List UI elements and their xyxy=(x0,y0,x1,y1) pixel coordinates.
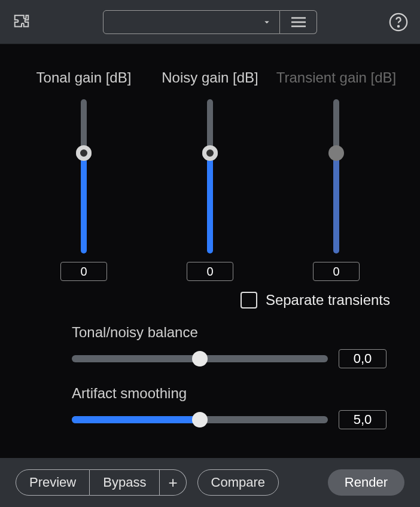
render-button[interactable]: Render xyxy=(328,469,404,496)
preview-bypass-group: Preview Bypass + xyxy=(16,469,187,496)
preset-menu-button[interactable] xyxy=(280,10,317,34)
transient-gain-column: Transient gain [dB] 0 xyxy=(276,69,396,281)
separate-transients-row: Separate transients xyxy=(18,292,390,309)
smoothing-slider[interactable] xyxy=(72,412,328,427)
balance-group: Tonal/noisy balance 0,0 xyxy=(72,324,386,368)
separate-transients-checkbox[interactable] xyxy=(241,292,257,309)
preset-dropdown[interactable] xyxy=(103,10,280,34)
tonal-gain-slider[interactable] xyxy=(76,99,92,253)
noisy-gain-column: Noisy gain [dB] 0 xyxy=(150,69,270,281)
noisy-gain-slider[interactable] xyxy=(202,99,218,253)
preset-bar xyxy=(103,10,317,34)
help-button[interactable] xyxy=(388,11,409,33)
help-icon xyxy=(388,12,409,32)
balance-value[interactable]: 0,0 xyxy=(339,349,386,368)
svg-point-4 xyxy=(398,25,399,26)
smoothing-group: Artifact smoothing 5,0 xyxy=(72,385,386,429)
bypass-button[interactable]: Bypass xyxy=(90,469,160,496)
gain-sliders-row: Tonal gain [dB] 0 Noisy gain [dB] 0 Tran… xyxy=(24,69,396,281)
hamburger-icon xyxy=(290,16,307,28)
balance-label: Tonal/noisy balance xyxy=(72,324,386,341)
tonal-gain-column: Tonal gain [dB] 0 xyxy=(24,69,144,281)
smoothing-label: Artifact smoothing xyxy=(72,385,386,402)
preview-button[interactable]: Preview xyxy=(16,469,90,496)
main-panel: Tonal gain [dB] 0 Noisy gain [dB] 0 Tran… xyxy=(0,44,420,429)
add-button[interactable]: + xyxy=(160,469,186,496)
tonal-gain-label: Tonal gain [dB] xyxy=(36,69,132,86)
transient-gain-value: 0 xyxy=(313,262,360,281)
top-toolbar xyxy=(0,0,420,44)
separate-transients-label: Separate transients xyxy=(266,292,390,309)
plugin-icon[interactable] xyxy=(11,11,32,33)
tonal-gain-value[interactable]: 0 xyxy=(60,262,107,281)
noisy-gain-label: Noisy gain [dB] xyxy=(162,69,258,86)
balance-slider[interactable] xyxy=(72,351,328,366)
noisy-gain-value[interactable]: 0 xyxy=(187,262,233,281)
smoothing-value[interactable]: 5,0 xyxy=(339,410,386,429)
compare-button[interactable]: Compare xyxy=(197,469,279,496)
transient-gain-label: Transient gain [dB] xyxy=(276,69,397,86)
transient-gain-slider xyxy=(328,99,344,253)
chevron-down-icon xyxy=(261,17,272,28)
bottom-toolbar: Preview Bypass + Compare Render xyxy=(0,458,420,507)
